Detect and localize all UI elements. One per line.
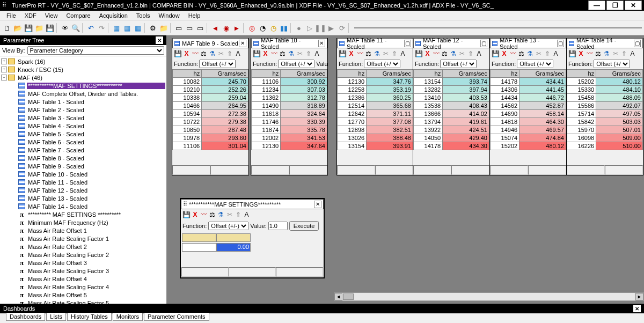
tree-item[interactable]: Mass Air Rate Scaling Factor 4 <box>27 284 165 290</box>
close-x-icon[interactable]: X <box>261 49 269 57</box>
tree-item[interactable]: Mass Air Rate Scaling Factor 2 <box>27 252 165 258</box>
menu-view[interactable]: View <box>41 11 62 20</box>
tree-item[interactable]: MAF Table 14 - Scaled <box>27 203 165 210</box>
tree-item[interactable]: MAF Table 13 - Scaled <box>27 195 165 202</box>
menu-xdf[interactable]: XDF <box>20 11 41 20</box>
col-grams[interactable]: Grams/sec <box>367 70 413 78</box>
window-box-button[interactable]: ▢ <box>557 40 565 47</box>
flask-icon[interactable]: ⚗ <box>603 49 611 57</box>
grid2-icon[interactable]: ▭ <box>185 23 194 33</box>
close-x-icon[interactable]: X <box>577 49 585 57</box>
function-select[interactable]: Offset (+/-) <box>278 60 314 68</box>
minimize-button[interactable]: — <box>588 1 605 10</box>
table-window-titlebar[interactable]: MAF Table 11 - Scaled▢ <box>337 38 413 48</box>
close-x-icon[interactable]: X <box>500 49 508 57</box>
function-select[interactable]: Offset (+/-) <box>594 60 630 68</box>
tree-item[interactable]: MAF Table 10 - Scaled <box>27 171 165 178</box>
balance-icon[interactable]: ⚖ <box>364 49 372 57</box>
dashboard-tab[interactable]: Monitors <box>113 313 143 321</box>
flask-icon[interactable]: ⚗ <box>217 210 225 218</box>
func-a-icon[interactable]: A <box>234 49 242 57</box>
data-table[interactable]: hzGrams/sec15202480.1215330484.101545848… <box>567 69 643 150</box>
window-close-button[interactable]: ✕ <box>239 40 246 47</box>
function-select[interactable]: Offset (+/-) <box>364 60 400 68</box>
chart-icon[interactable]: 〰 <box>356 49 364 57</box>
flask-icon[interactable]: ⚗ <box>287 49 295 57</box>
up-icon[interactable]: ⇑ <box>543 49 551 57</box>
folder-icon[interactable]: 📁 <box>34 23 44 33</box>
balance-icon[interactable]: ⚖ <box>208 210 216 218</box>
close-button[interactable]: ✕ <box>625 1 642 10</box>
col-hz[interactable]: hz <box>252 70 281 78</box>
mdi-hscroll[interactable]: ◄ ► <box>334 292 644 301</box>
tree-item[interactable]: MAF Table 11 - Scaled <box>27 179 165 186</box>
loop-icon[interactable]: ⟳ <box>337 23 347 33</box>
close-x-icon[interactable]: X <box>347 49 355 57</box>
table-window-titlebar[interactable]: MAF Table 9 - Scaled✕ <box>172 38 248 48</box>
expander-icon[interactable]: - <box>1 75 7 80</box>
function-select[interactable]: Offset (+/-) <box>440 60 477 68</box>
func-a-icon[interactable]: A <box>399 49 407 57</box>
up-icon[interactable]: ⇑ <box>225 49 233 57</box>
up-icon[interactable]: ⇑ <box>234 210 242 218</box>
func-a-icon[interactable]: A <box>552 49 560 57</box>
cut-icon[interactable]: ✂ <box>611 49 619 57</box>
save-icon[interactable]: 💾 <box>24 23 33 33</box>
tree-item[interactable]: Mass Air Rate Offset 3 <box>27 260 165 266</box>
tree-item[interactable]: MAF Table 3 - Scaled <box>27 115 165 121</box>
undo-icon[interactable]: ↶ <box>86 23 96 33</box>
func-a-icon[interactable]: A <box>313 49 321 57</box>
chart-icon[interactable]: 〰 <box>586 49 594 57</box>
dashboard-tab[interactable]: Lists <box>46 313 66 321</box>
settings-func-select[interactable]: Offset (+/-) <box>208 222 248 230</box>
save-icon[interactable]: 💾 <box>568 49 576 57</box>
cut-icon[interactable]: ✂ <box>217 49 225 57</box>
save-icon[interactable]: 💾 <box>492 49 500 57</box>
data-table[interactable]: hzGrams/sec10082245.7010210252.261033825… <box>172 69 248 150</box>
tree-item[interactable]: Mass Air Rate Offset 1 <box>27 227 165 234</box>
col-grams[interactable]: Grams/sec <box>519 70 566 78</box>
table-window-titlebar[interactable]: MAF Table 14 - Scaled▢ <box>567 38 643 48</box>
tree-body[interactable]: +Spark (16)+Knock / ESC (15)-MAF (46)***… <box>0 56 166 312</box>
table-window-titlebar[interactable]: MAF Table 12 - Scaled▢ <box>413 38 489 48</box>
chart-icon[interactable]: 〰 <box>432 49 440 57</box>
right-icon[interactable]: ► <box>232 23 241 33</box>
pause-icon[interactable]: ❚❚ <box>316 23 325 33</box>
clock-icon[interactable]: ◷ <box>268 23 278 33</box>
close-x-icon[interactable]: X <box>191 210 199 218</box>
window-box-button[interactable]: ▢ <box>404 40 412 47</box>
scroll-thumb[interactable] <box>343 293 354 300</box>
settings-cell-row[interactable] <box>182 243 216 252</box>
cut-icon[interactable]: ✂ <box>458 49 466 57</box>
slider-track[interactable] <box>354 27 642 28</box>
new-icon[interactable]: 🗋 <box>2 23 12 33</box>
flask-icon[interactable]: ⚗ <box>373 49 381 57</box>
balance-icon[interactable]: ⚖ <box>200 49 208 57</box>
dashboard-tab[interactable]: Dashboards <box>6 313 45 321</box>
cut-icon[interactable]: ✂ <box>296 49 304 57</box>
chart-icon[interactable]: 〰 <box>270 49 278 57</box>
bars-icon[interactable]: ▮▮ <box>279 23 289 33</box>
left-icon[interactable]: ◄ <box>210 23 220 33</box>
func-a-icon[interactable]: A <box>628 49 636 57</box>
col-hz[interactable]: hz <box>414 70 443 78</box>
gear-icon[interactable]: ⚙ <box>148 23 158 33</box>
data-table[interactable]: hzGrams/sec14178434.4114306441.451443444… <box>490 69 566 150</box>
tree-item[interactable]: MAF Table 7 - Scaled <box>27 147 165 153</box>
balance-icon[interactable]: ⚖ <box>279 49 287 57</box>
tree-item[interactable]: Mass Air Rate Offset 5 <box>27 292 165 298</box>
balance-icon[interactable]: ⚖ <box>441 49 449 57</box>
tree-group[interactable]: Spark (16) <box>17 58 165 65</box>
save-icon[interactable]: 💾 <box>339 49 347 57</box>
redo-icon[interactable]: ↷ <box>97 23 106 33</box>
tree-item[interactable]: ***********MAF SETTINGS*********** <box>27 83 165 89</box>
hex-icon[interactable]: ▦ <box>112 23 121 33</box>
col-hz[interactable]: hz <box>173 70 202 78</box>
settings-value-input[interactable] <box>268 222 288 230</box>
tree-item[interactable]: MAF Table 8 - Scaled <box>27 155 165 162</box>
data-table[interactable]: hzGrams/sec12130347.7612258353.191238636… <box>337 69 413 150</box>
menu-compare[interactable]: Compare <box>62 11 94 20</box>
tree-item[interactable]: Mass Air Rate Offset 4 <box>27 276 165 282</box>
data-table[interactable]: hzGrams/sec11106300.9211234307.031136231… <box>251 69 327 150</box>
gauge-icon[interactable]: ◔ <box>258 23 267 33</box>
